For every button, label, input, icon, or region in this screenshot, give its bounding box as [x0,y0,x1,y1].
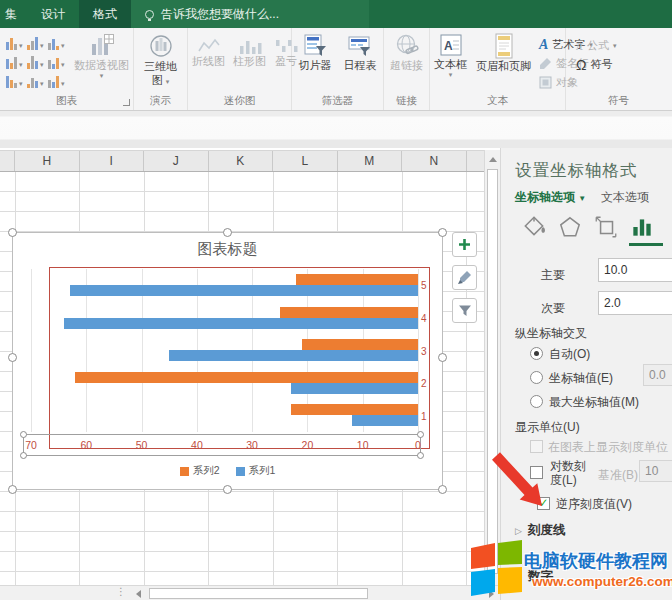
windows-flag-icon [470,540,524,598]
chart-resize-handle[interactable] [8,353,17,362]
group-label-sparklines: 迷你图 [188,94,291,110]
ribbon-group-filters: 切片器 日程表 筛选器 [292,28,384,110]
chart-type-button[interactable]: ▾ [4,52,25,71]
column-header[interactable]: H [15,151,80,171]
chart-type-button[interactable]: ▾ [46,33,67,52]
size-properties-icon[interactable] [593,214,619,240]
tab-axis-options[interactable]: 坐标轴选项 ▼ [515,189,586,206]
chart-resize-handle[interactable] [8,485,17,494]
horizontal-scrollbar[interactable]: ⋮ [0,585,500,600]
display-units-label[interactable]: 显示单位(U) [515,419,580,436]
legend-item[interactable]: 系列2 [180,464,220,478]
bar-系列2-cat1[interactable] [291,404,418,415]
chart-type-button[interactable]: ▾ [4,33,25,52]
major-unit-input[interactable] [598,258,672,282]
minor-unit-input[interactable] [598,291,672,315]
category-axis-label: 1 [421,411,441,422]
bar-系列1-cat3[interactable] [169,350,418,361]
chart-styles-button[interactable] [452,265,477,290]
pivotchart-label: 数据透视图 [74,59,129,72]
chart[interactable]: 图表标题 系列2系列1 70605040302010054321 [12,232,443,490]
column-header-partial[interactable] [467,151,485,171]
watermark: 电脑软硬件教程网 www.computer26.com [470,538,672,600]
chart-resize-handle[interactable] [438,228,447,237]
radio-axis-value[interactable] [530,371,543,384]
chart-title[interactable]: 图表标题 [13,240,442,259]
axis-selection-handle[interactable] [20,431,27,438]
category-axis-label: 4 [421,313,441,324]
axis-selection-handle[interactable] [417,452,424,459]
bar-系列1-cat1[interactable] [352,415,418,426]
radio-automatic[interactable] [530,347,543,360]
column-header[interactable]: N [402,151,467,171]
plot-area[interactable] [31,269,418,432]
ribbon-tab-design[interactable]: 设计 [27,0,79,28]
chart-filters-button[interactable] [452,298,477,323]
chart-elements-button[interactable] [452,232,477,257]
hyperlink-button[interactable]: 超链接 [387,31,426,72]
chart-resize-handle[interactable] [223,485,232,494]
x-axis-tick-label: 60 [80,439,92,451]
textbox-button[interactable]: A 文本框 ▾ [431,31,470,78]
chart-type-button[interactable]: ▾ [4,71,25,90]
column-header[interactable]: M [338,151,403,171]
chart-type-button[interactable]: ▾ [46,71,67,90]
scroll-up-icon[interactable] [489,157,497,162]
chart-resize-handle[interactable] [8,228,17,237]
sparkline-line-button[interactable]: 折线图 [189,36,228,68]
dropdown-arrow-icon: ▾ [19,62,23,68]
chart-type-button[interactable]: ▾ [25,52,46,71]
mini-chart-icon [6,42,9,50]
chart-legend[interactable]: 系列2系列1 [13,464,442,478]
axis-options-chart-icon[interactable] [629,214,655,240]
header-footer-button[interactable]: 页眉和页脚 [473,31,534,73]
legend-item[interactable]: 系列1 [236,464,276,478]
symbol-button[interactable]: Ω 符号 [574,55,612,74]
row-header-corner[interactable] [0,151,15,171]
column-header[interactable]: I [80,151,145,171]
mini-chart-icon [14,44,17,50]
bar-系列1-cat2[interactable] [291,383,418,394]
sheet-tab-resize-handle[interactable]: ⋮ [116,586,127,597]
chart-resize-handle[interactable] [223,228,232,237]
ribbon-tab-partial[interactable]: 集 [0,0,27,28]
bar-系列2-cat3[interactable] [302,339,418,350]
mini-chart-icon [56,76,59,88]
equation-button[interactable]: π 公式▾ [574,36,617,55]
column-header[interactable]: K [209,151,274,171]
tab-text-options[interactable]: 文本选项 [601,189,649,206]
ribbon-tab-format[interactable]: 格式 [79,0,131,28]
chart-resize-handle[interactable] [438,485,447,494]
effects-pentagon-icon[interactable] [557,214,583,240]
mini-chart-icon [48,43,51,50]
vertical-scrollbar[interactable] [484,150,500,585]
timeline-button[interactable]: 日程表 [341,31,380,72]
map-3d-button[interactable]: 三维地 图 ▾ [141,31,180,87]
bar-系列2-cat5[interactable] [296,274,418,285]
bar-系列2-cat4[interactable] [280,307,418,318]
fill-bucket-icon[interactable] [521,214,547,240]
chart-type-button[interactable]: ▾ [25,33,46,52]
mini-chart-icon [14,57,17,69]
chart-type-button[interactable]: ▾ [25,71,46,90]
formula-bar[interactable] [0,111,672,148]
pivotchart-button[interactable]: 数据透视图 ▾ [71,31,132,79]
sparkline-column-button[interactable]: 柱形图 [230,36,269,68]
line-sparkline-icon [197,38,221,54]
column-header[interactable]: L [273,151,338,171]
scroll-left-button[interactable] [130,588,146,599]
bar-系列1-cat4[interactable] [64,318,418,329]
column-header[interactable]: J [144,151,209,171]
bar-系列2-cat2[interactable] [75,372,418,383]
tell-me-search[interactable]: 告诉我您想要做什么... [131,0,369,28]
chart-type-button[interactable]: ▾ [46,52,67,71]
radio-max-axis-value[interactable] [530,395,543,408]
section-tick-marks[interactable]: ▷刻度线 [515,522,565,539]
bar-系列1-cat5[interactable] [70,285,418,296]
axis-selection-handle[interactable] [20,452,27,459]
dialog-launcher-icon[interactable] [123,99,130,106]
group-label-filters: 筛选器 [292,94,383,110]
slicer-button[interactable]: 切片器 [296,31,335,72]
axis-selection-handle[interactable] [417,431,424,438]
horizontal-scroll-thumb[interactable] [149,588,368,599]
